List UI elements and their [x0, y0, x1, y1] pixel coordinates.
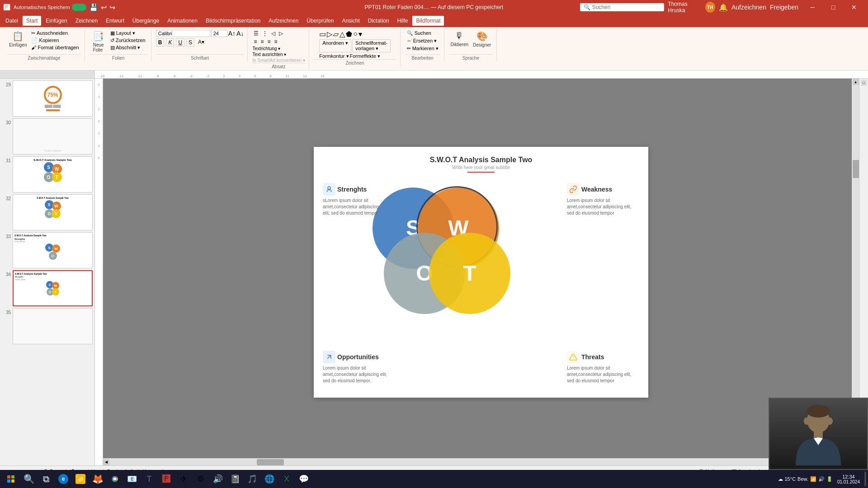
misc-icon-3[interactable]: 🎵	[244, 471, 260, 487]
format-transfer-button[interactable]: 🖌 Format übertragen	[29, 44, 80, 51]
shape-4[interactable]: △	[340, 30, 345, 38]
font-color-button[interactable]: A▾	[196, 38, 206, 47]
edge-icon[interactable]: e	[55, 471, 71, 487]
share-button[interactable]: Freigeben	[770, 4, 798, 11]
slide-thumb-33[interactable]: S.W.O.T Analysis Sample Two Strenghts Lo…	[13, 232, 93, 268]
save-icon[interactable]: 💾	[89, 3, 98, 12]
teams-icon[interactable]: T	[141, 471, 157, 487]
menu-entwurf[interactable]: Entwurf	[102, 16, 128, 26]
section-button[interactable]: ▤ Abschnitt ▾	[108, 44, 147, 51]
misc-icon-5[interactable]: 💬	[296, 471, 312, 487]
slide-item[interactable]: 33 S.W.O.T Analysis Sample Two Strenghts…	[2, 232, 93, 268]
menu-einfuegen[interactable]: Einfügen	[42, 16, 71, 26]
record-button[interactable]: Aufzeichnen	[731, 4, 766, 11]
h-scroll-thumb[interactable]	[257, 459, 284, 465]
decrease-font-button[interactable]: A↓	[236, 30, 244, 37]
show-desktop-button[interactable]	[864, 472, 866, 486]
slide-thumb-29[interactable]: 75% ████ ████	[13, 80, 93, 117]
excel-icon[interactable]: X	[278, 471, 295, 487]
find-button[interactable]: 🔍 Suchen	[405, 30, 433, 37]
scroll-thumb[interactable]	[853, 160, 859, 178]
autosave-toggle[interactable]	[72, 4, 86, 11]
slide-thumb-32[interactable]: S.W.O.T Analysis Sample Two S W O T	[13, 194, 93, 230]
slide-item[interactable]: 31 S.W.O.T Analysis Sample Two S W O T	[2, 156, 93, 192]
align-right-button[interactable]: ≡	[266, 38, 272, 45]
slide-thumb-34[interactable]: S.W.O.T Analysis Sample Two Strenghts Lo…	[13, 270, 93, 306]
shape-1[interactable]: ▭	[319, 30, 326, 38]
align-center-button[interactable]: ≡	[259, 38, 265, 45]
bullet-list-button[interactable]: ☰	[252, 30, 260, 37]
start-button[interactable]	[2, 472, 20, 486]
misc-icon-1[interactable]: ⚙	[193, 471, 209, 487]
slide-item[interactable]: 32 S.W.O.T Analysis Sample Two S W O T	[2, 194, 93, 230]
underline-button[interactable]: U	[176, 38, 184, 47]
undo-icon[interactable]: ↩	[101, 3, 107, 12]
align-justify-button[interactable]: ≡	[273, 38, 278, 45]
numbered-list-button[interactable]: ⋮	[261, 30, 269, 37]
new-slide-button[interactable]: 📑 NeueFolie	[90, 30, 108, 53]
menu-bildformat[interactable]: Bildformat	[412, 16, 444, 26]
minimize-button[interactable]: ─	[802, 0, 823, 14]
shape-2[interactable]: ▷	[327, 30, 332, 38]
outlook-icon[interactable]: 📧	[124, 471, 140, 487]
menu-datei[interactable]: Datei	[2, 16, 22, 26]
fill-color-button[interactable]: Formkontur ▾	[319, 53, 349, 59]
scroll-up-button[interactable]: ▲	[853, 79, 859, 85]
menu-ansicht[interactable]: Ansicht	[338, 16, 363, 26]
slide-item[interactable]: 30 Folie-Name	[2, 118, 93, 155]
menu-ueberpruefen[interactable]: Überprüfen	[303, 16, 337, 26]
battery-icon[interactable]: 🔋	[826, 476, 833, 482]
network-icon[interactable]: 📶	[810, 476, 816, 482]
copy-button[interactable]: 📄 Kopieren	[29, 37, 80, 44]
dictate-button[interactable]: 🎙 Diktieren	[449, 30, 470, 48]
shape-5[interactable]: ⬟	[346, 30, 352, 38]
text-align-button[interactable]: Text ausrichten ▾	[252, 52, 286, 57]
taskview-button[interactable]: ⧉	[38, 471, 54, 487]
paste-button[interactable]: 📋 Einfügen	[7, 30, 28, 48]
slide-item[interactable]: 35	[2, 308, 93, 344]
close-button[interactable]: ✕	[844, 0, 864, 14]
chrome-icon[interactable]	[107, 471, 123, 487]
slide-item-active[interactable]: 34 S.W.O.T Analysis Sample Two Strenghts…	[2, 270, 93, 306]
search-box[interactable]: 🔍	[580, 3, 665, 11]
misc-icon-4[interactable]: 🌐	[261, 471, 278, 487]
font-size-input[interactable]	[211, 30, 227, 37]
shape-more[interactable]: ▾	[359, 30, 362, 38]
cut-button[interactable]: ✂ Ausschneiden	[29, 30, 80, 37]
search-taskbar-button[interactable]: 🔍	[21, 471, 37, 487]
shape-effects-button[interactable]: Formeffekte ▾	[350, 53, 381, 59]
horizontal-scrollbar[interactable]: ◀ ▶	[103, 458, 852, 465]
redo-icon[interactable]: ↪	[109, 3, 115, 12]
onenote-icon[interactable]: 📓	[227, 471, 243, 487]
bold-button[interactable]: B	[156, 38, 165, 47]
indent-less-button[interactable]: ◁	[270, 30, 277, 37]
slide-thumb-31[interactable]: S.W.O.T Analysis Sample Two S W O T	[13, 156, 93, 192]
increase-font-button[interactable]: A↑	[228, 30, 236, 37]
layout-button[interactable]: ▦ Layout ▾	[108, 30, 147, 37]
menu-dictation[interactable]: Dictation	[364, 16, 393, 26]
slide-thumb-30[interactable]: Folie-Name	[13, 118, 93, 155]
canvas-area[interactable]: S.W.O.T Analysis Sample Two Write here y…	[103, 79, 859, 465]
explorer-icon[interactable]: 📁	[72, 471, 89, 487]
italic-button[interactable]: K	[166, 38, 174, 47]
share-icon[interactable]: 🔔	[719, 3, 728, 12]
menu-aufzeichnen[interactable]: Aufzeichnen	[265, 16, 302, 26]
replace-button[interactable]: ↔ Ersetzen ▾	[405, 38, 439, 44]
powerpoint-icon[interactable]: 🅿	[158, 471, 175, 487]
misc-icon-2[interactable]: 🔊	[210, 471, 226, 487]
menu-zeichnen[interactable]: Zeichnen	[72, 16, 101, 26]
shape-6[interactable]: ○	[353, 30, 358, 38]
menu-start[interactable]: Start	[23, 16, 41, 26]
firefox-icon[interactable]: 🦊	[90, 471, 106, 487]
select-button[interactable]: ✏ Markieren ▾	[405, 45, 440, 52]
search-input[interactable]	[592, 4, 661, 10]
reset-button[interactable]: ↺ Zurücksetzen	[108, 37, 147, 44]
menu-uebergaenge[interactable]: Übergänge	[129, 16, 163, 26]
indent-more-button[interactable]: ▷	[278, 30, 284, 37]
font-name-input[interactable]	[156, 30, 210, 37]
maximize-button[interactable]: □	[823, 0, 844, 14]
slide-thumb-35[interactable]	[13, 308, 93, 344]
system-clock[interactable]: 12:34 01.01.2024	[835, 473, 863, 485]
quick-styles-button[interactable]: Schnellformat-vorlagen ▾	[352, 39, 391, 52]
menu-animationen[interactable]: Animationen	[164, 16, 201, 26]
